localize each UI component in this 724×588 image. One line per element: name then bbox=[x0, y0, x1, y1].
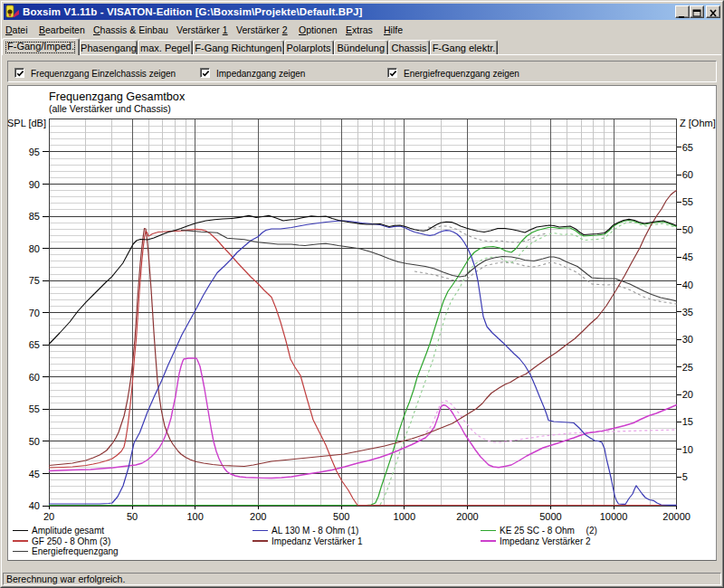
svg-text:90: 90 bbox=[29, 179, 40, 190]
svg-text:200: 200 bbox=[250, 511, 266, 522]
svg-text:10: 10 bbox=[682, 444, 693, 455]
svg-text:40: 40 bbox=[682, 280, 693, 290]
svg-text:Energiefrequenzgang: Energiefrequenzgang bbox=[32, 546, 119, 556]
svg-text:40: 40 bbox=[29, 500, 40, 511]
svg-text:5: 5 bbox=[682, 471, 688, 482]
svg-text:KE 25 SC - 8 Ohm (2): KE 25 SC - 8 Ohm (2) bbox=[500, 526, 597, 536]
svg-text:70: 70 bbox=[29, 308, 40, 318]
svg-text:75: 75 bbox=[29, 275, 40, 286]
svg-text:5000: 5000 bbox=[539, 511, 561, 522]
svg-text:100: 100 bbox=[186, 511, 203, 522]
svg-text:95: 95 bbox=[29, 147, 40, 157]
svg-text:55: 55 bbox=[29, 403, 40, 414]
svg-text:55: 55 bbox=[682, 196, 693, 207]
svg-text:60: 60 bbox=[29, 372, 40, 383]
svg-text:80: 80 bbox=[29, 243, 40, 254]
svg-text:30: 30 bbox=[682, 334, 693, 345]
svg-text:2000: 2000 bbox=[456, 511, 478, 522]
svg-text:Impedanz Verstärker 2: Impedanz Verstärker 2 bbox=[500, 536, 591, 546]
svg-text:Amplitude gesamt: Amplitude gesamt bbox=[32, 526, 104, 536]
svg-text:60: 60 bbox=[682, 169, 693, 180]
svg-text:10000: 10000 bbox=[600, 511, 628, 522]
svg-text:(alle Verstärker und Chassis): (alle Verstärker und Chassis) bbox=[49, 103, 171, 114]
svg-text:1000: 1000 bbox=[394, 511, 415, 522]
svg-text:Impedanz Verstärker 1: Impedanz Verstärker 1 bbox=[272, 536, 363, 546]
svg-text:50: 50 bbox=[682, 224, 693, 235]
svg-text:20: 20 bbox=[43, 511, 54, 522]
svg-text:Frequenzgang Gesamtbox: Frequenzgang Gesamtbox bbox=[49, 90, 186, 103]
svg-text:20000: 20000 bbox=[662, 511, 691, 522]
svg-text:GF 250 - 8 Ohm (3): GF 250 - 8 Ohm (3) bbox=[32, 536, 110, 546]
svg-text:500: 500 bbox=[333, 511, 349, 522]
svg-text:35: 35 bbox=[682, 307, 693, 318]
svg-text:45: 45 bbox=[682, 251, 693, 262]
svg-text:50: 50 bbox=[127, 511, 138, 522]
svg-text:45: 45 bbox=[29, 469, 40, 479]
svg-text:50: 50 bbox=[29, 436, 40, 447]
svg-text:Z [Ohm]: Z [Ohm] bbox=[680, 118, 716, 128]
svg-text:65: 65 bbox=[682, 142, 693, 153]
svg-text:SPL [dB]: SPL [dB] bbox=[7, 118, 46, 128]
svg-text:65: 65 bbox=[29, 339, 40, 350]
svg-text:15: 15 bbox=[682, 416, 693, 427]
svg-text:25: 25 bbox=[682, 362, 693, 373]
svg-text:85: 85 bbox=[29, 211, 40, 222]
svg-text:20: 20 bbox=[682, 389, 693, 400]
svg-text:AL 130 M - 8 Ohm (1): AL 130 M - 8 Ohm (1) bbox=[272, 526, 358, 536]
